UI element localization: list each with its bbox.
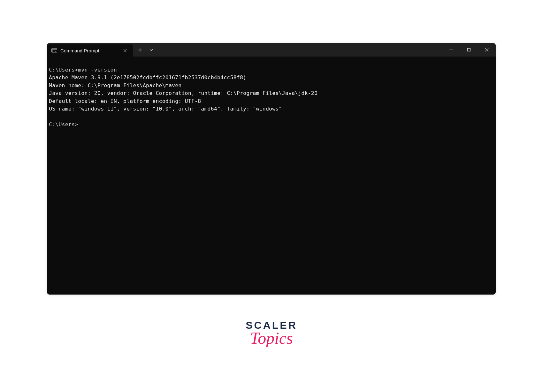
terminal-line: Default locale: en_IN, platform encoding…: [49, 97, 494, 105]
terminal-line: Apache Maven 3.9.1 (2e178502fcdbffc20167…: [49, 74, 494, 81]
terminal-window: C:\ Command Prompt: [47, 43, 496, 295]
terminal-line: OS name: "windows 11", version: "10.0", …: [49, 105, 494, 113]
terminal-output[interactable]: C:\Users>mvn -versionApache Maven 3.9.1 …: [47, 57, 496, 130]
terminal-line: Maven home: C:\Program Files\Apache\mave…: [49, 82, 494, 89]
terminal-prompt[interactable]: C:\Users>: [49, 121, 494, 128]
svg-text:C:\: C:\: [52, 50, 56, 52]
close-window-button[interactable]: [478, 43, 496, 57]
minimize-button[interactable]: [442, 43, 460, 57]
tab-close-button[interactable]: [121, 47, 129, 54]
logo-line-2: Topics: [246, 329, 297, 348]
tab-dropdown-button[interactable]: [146, 43, 156, 57]
maximize-button[interactable]: [460, 43, 478, 57]
window-titlebar[interactable]: C:\ Command Prompt: [47, 43, 496, 57]
text-cursor: [78, 121, 78, 127]
titlebar-drag-region[interactable]: [156, 43, 442, 57]
tab-title: Command Prompt: [60, 48, 118, 53]
svg-rect-1: [51, 49, 57, 50]
tab-strip: C:\ Command Prompt: [47, 43, 156, 57]
svg-rect-8: [468, 49, 470, 51]
tab-command-prompt[interactable]: C:\ Command Prompt: [47, 44, 133, 57]
scaler-topics-logo: SCALER Topics: [246, 319, 297, 348]
new-tab-button[interactable]: [134, 43, 146, 57]
command-prompt-icon: C:\: [51, 48, 57, 53]
window-controls: [442, 43, 496, 57]
terminal-line: C:\Users>mvn -version: [49, 66, 494, 74]
terminal-line: Java version: 20, vendor: Oracle Corpora…: [49, 89, 494, 97]
